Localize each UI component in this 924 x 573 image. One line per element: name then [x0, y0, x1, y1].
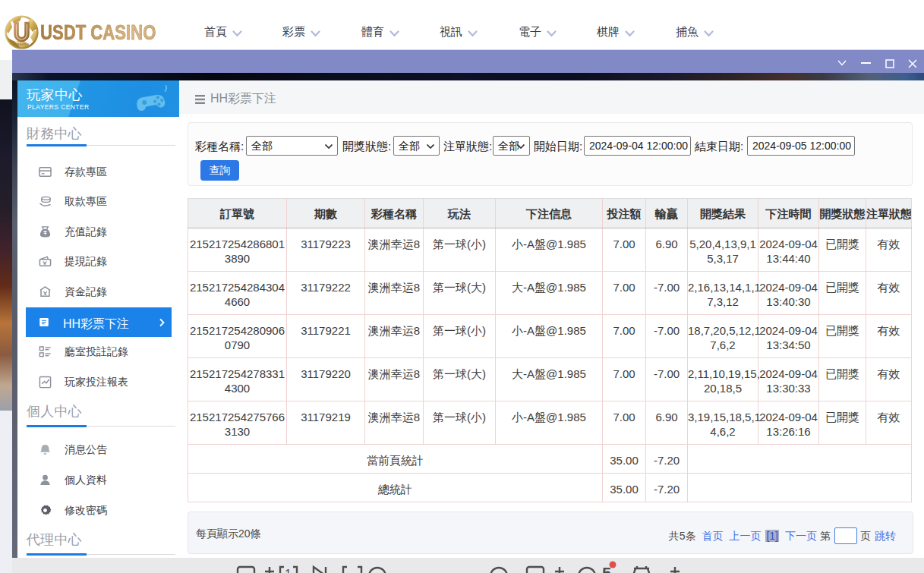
svg-text:casino: casino: [14, 42, 30, 46]
svg-text:1: 1: [285, 568, 292, 573]
